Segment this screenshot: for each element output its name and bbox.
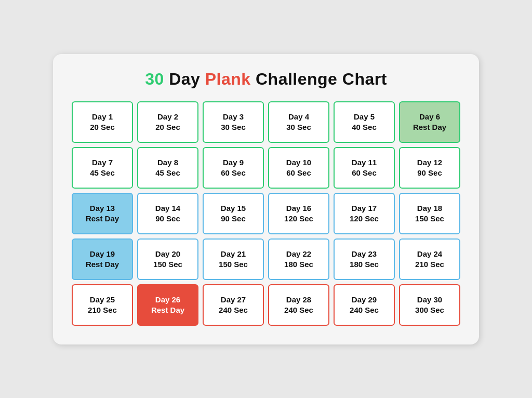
- day-label: Day 14: [155, 203, 180, 214]
- day-label: Day 6: [419, 112, 440, 122]
- day-label: Day 30: [417, 295, 442, 305]
- table-row: Day 220 Sec: [137, 101, 198, 143]
- table-row: Day 27240 Sec: [203, 284, 264, 326]
- challenge-grid: Day 120 SecDay 220 SecDay 330 SecDay 430…: [72, 101, 460, 326]
- day-value: 60 Sec: [221, 168, 246, 178]
- day-value: 240 Sec: [350, 305, 379, 315]
- day-value: 180 Sec: [284, 259, 313, 270]
- day-label: Day 2: [157, 112, 178, 122]
- title-part2: Challenge Chart: [251, 70, 387, 88]
- table-row: Day 120 Sec: [72, 101, 133, 143]
- day-label: Day 20: [155, 249, 180, 259]
- table-row: Day 960 Sec: [203, 147, 264, 189]
- day-value: Rest Day: [151, 305, 184, 315]
- day-label: Day 23: [352, 249, 377, 259]
- table-row: Day 18150 Sec: [399, 193, 460, 234]
- table-row: Day 20150 Sec: [137, 238, 198, 280]
- day-value: 150 Sec: [153, 259, 182, 270]
- day-value: 210 Sec: [88, 305, 117, 315]
- table-row: Day 26Rest Day: [137, 284, 198, 326]
- day-value: Rest Day: [86, 214, 119, 224]
- table-row: Day 540 Sec: [334, 101, 395, 143]
- table-row: Day 23180 Sec: [334, 238, 395, 280]
- title-num: 30: [145, 70, 164, 88]
- day-label: Day 7: [92, 157, 113, 168]
- day-label: Day 11: [352, 157, 377, 168]
- title-part1: Day: [164, 70, 205, 88]
- day-label: Day 10: [286, 157, 311, 168]
- day-value: 60 Sec: [286, 168, 311, 178]
- day-label: Day 3: [223, 112, 244, 122]
- day-value: 240 Sec: [219, 305, 248, 315]
- day-label: Day 17: [352, 203, 377, 214]
- day-value: 40 Sec: [352, 122, 377, 132]
- day-label: Day 4: [288, 112, 309, 122]
- day-value: 210 Sec: [415, 259, 444, 270]
- table-row: Day 1490 Sec: [137, 193, 198, 234]
- day-label: Day 22: [286, 249, 311, 259]
- day-value: 60 Sec: [352, 168, 377, 178]
- day-value: 90 Sec: [221, 214, 246, 224]
- day-label: Day 18: [417, 203, 442, 214]
- day-value: 300 Sec: [415, 305, 444, 315]
- day-value: 120 Sec: [350, 214, 379, 224]
- table-row: Day 330 Sec: [203, 101, 264, 143]
- day-value: 90 Sec: [155, 214, 180, 224]
- day-label: Day 29: [352, 295, 377, 305]
- table-row: Day 24210 Sec: [399, 238, 460, 280]
- day-value: 240 Sec: [284, 305, 313, 315]
- day-value: 120 Sec: [284, 214, 313, 224]
- day-label: Day 19: [90, 249, 115, 259]
- day-label: Day 15: [221, 203, 246, 214]
- table-row: Day 1590 Sec: [203, 193, 264, 234]
- day-value: 30 Sec: [221, 122, 246, 132]
- day-label: Day 12: [417, 157, 442, 168]
- day-value: 45 Sec: [155, 168, 180, 178]
- table-row: Day 17120 Sec: [334, 193, 395, 234]
- table-row: Day 745 Sec: [72, 147, 133, 189]
- day-label: Day 27: [221, 295, 246, 305]
- day-label: Day 8: [157, 157, 178, 168]
- day-value: 180 Sec: [350, 259, 379, 270]
- table-row: Day 1160 Sec: [334, 147, 395, 189]
- table-row: Day 430 Sec: [268, 101, 329, 143]
- table-row: Day 21150 Sec: [203, 238, 264, 280]
- day-label: Day 25: [90, 295, 115, 305]
- day-value: 90 Sec: [417, 168, 442, 178]
- day-value: 30 Sec: [286, 122, 311, 132]
- table-row: Day 29240 Sec: [334, 284, 395, 326]
- day-label: Day 16: [286, 203, 311, 214]
- day-value: 150 Sec: [415, 214, 444, 224]
- challenge-card: 30 Day Plank Challenge Chart Day 120 Sec…: [53, 54, 479, 344]
- day-label: Day 26: [155, 295, 180, 305]
- day-label: Day 13: [90, 203, 115, 214]
- table-row: Day 6Rest Day: [399, 101, 460, 143]
- day-label: Day 28: [286, 295, 311, 305]
- table-row: Day 25210 Sec: [72, 284, 133, 326]
- table-row: Day 845 Sec: [137, 147, 198, 189]
- day-label: Day 5: [354, 112, 375, 122]
- day-value: 20 Sec: [155, 122, 180, 132]
- day-label: Day 1: [92, 112, 113, 122]
- table-row: Day 16120 Sec: [268, 193, 329, 234]
- table-row: Day 1060 Sec: [268, 147, 329, 189]
- day-label: Day 24: [417, 249, 442, 259]
- day-value: Rest Day: [413, 122, 446, 132]
- title-plank: Plank: [205, 70, 251, 88]
- day-label: Day 9: [223, 157, 244, 168]
- table-row: Day 30300 Sec: [399, 284, 460, 326]
- day-value: Rest Day: [86, 259, 119, 270]
- day-value: 20 Sec: [90, 122, 115, 132]
- day-label: Day 21: [221, 249, 246, 259]
- table-row: Day 13Rest Day: [72, 193, 133, 234]
- table-row: Day 28240 Sec: [268, 284, 329, 326]
- table-row: Day 19Rest Day: [72, 238, 133, 280]
- table-row: Day 22180 Sec: [268, 238, 329, 280]
- table-row: Day 1290 Sec: [399, 147, 460, 189]
- day-value: 45 Sec: [90, 168, 115, 178]
- day-value: 150 Sec: [219, 259, 248, 270]
- page-title: 30 Day Plank Challenge Chart: [72, 70, 460, 89]
